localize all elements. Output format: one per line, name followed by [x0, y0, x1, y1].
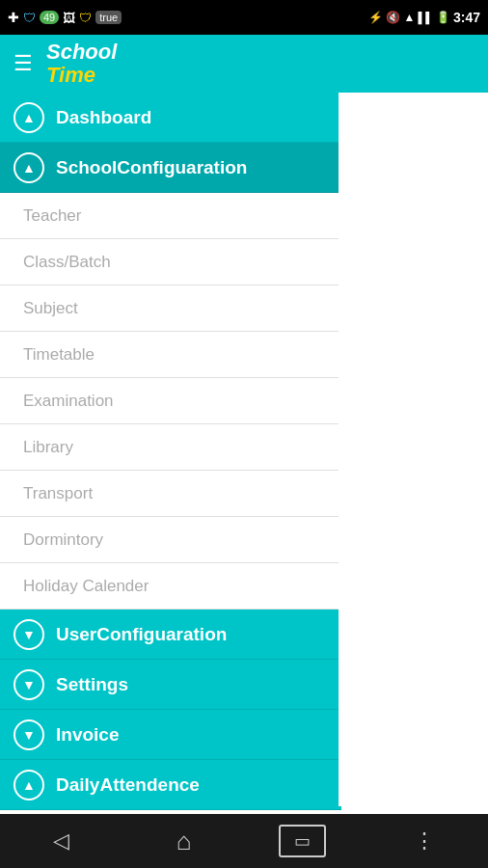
dormintory-label: Dormintory [23, 530, 103, 550]
transport-label: Transport [23, 484, 93, 503]
settings-label: Settings [56, 674, 128, 695]
library-label: Library [23, 438, 73, 457]
timetable-label: Timetable [23, 345, 95, 365]
teacher-label: Teacher [23, 206, 81, 226]
hamburger-menu-icon[interactable]: ☰ [14, 51, 33, 76]
sidebar-item-daily-attendence[interactable]: ▲ DailyAttendence [0, 760, 341, 810]
sidebar-item-school-config[interactable]: ▲ SchoolConfiguaration [0, 143, 341, 193]
sidebar-subitem-subject[interactable]: Subject [0, 285, 341, 332]
status-bar-right: ⚡ 🔇 ▲ ▌▌ 🔋 3:47 [368, 10, 480, 25]
sidebar-subitem-teacher[interactable]: Teacher [0, 193, 341, 239]
daily-attendence-chevron-up-icon: ▲ [14, 770, 44, 800]
sidebar-subitem-transport[interactable]: Transport [0, 471, 341, 517]
sidebar-item-user-config[interactable]: ▼ UserConfiguaration [0, 610, 341, 660]
true-badge: true [95, 11, 122, 24]
dashboard-label: Dashboard [56, 107, 151, 128]
logo-time: Time [46, 64, 117, 87]
shield-yellow-icon: 🛡 [79, 11, 92, 25]
sidebar-subitem-library[interactable]: Library [0, 424, 341, 471]
classbatch-label: Class/Batch [23, 253, 111, 272]
sidebar-item-dashboard[interactable]: ▲ Dashboard [0, 93, 341, 143]
mute-icon: 🔇 [386, 11, 400, 24]
daily-attendence-label: DailyAttendence [56, 774, 200, 796]
user-config-chevron-down-icon: ▼ [14, 619, 44, 650]
app-logo: School Time [46, 41, 117, 87]
sidebar-subitem-examination[interactable]: Examination [0, 378, 341, 424]
subject-label: Subject [23, 299, 78, 318]
badge-49: 49 [40, 11, 59, 24]
school-config-chevron-up-icon: ▲ [14, 152, 44, 183]
examination-label: Examination [23, 392, 114, 411]
signal-icon: ▌▌ [418, 12, 433, 23]
add-icon: ✚ [8, 10, 19, 25]
right-panel [339, 93, 488, 806]
photo-icon: 🖼 [63, 11, 75, 25]
sidebar-subitem-holiday-calender[interactable]: Holiday Calender [0, 563, 341, 610]
recent-apps-button[interactable]: ▭ [279, 825, 326, 857]
settings-chevron-down-icon: ▼ [14, 669, 44, 700]
battery-icon: 🔋 [436, 11, 450, 24]
main-content: ▲ Dashboard ▲ SchoolConfiguaration Teach… [0, 93, 341, 814]
holiday-calender-label: Holiday Calender [23, 577, 149, 596]
wifi-icon: ▲ [403, 11, 415, 24]
user-config-label: UserConfiguaration [56, 624, 227, 645]
top-header: ☰ School Time [0, 35, 488, 93]
sidebar-item-invoice[interactable]: ▼ Invoice [0, 710, 341, 760]
invoice-label: Invoice [56, 724, 119, 746]
status-bar-left: ✚ 🛡 49 🖼 🛡 true [8, 10, 122, 25]
sidebar-subitem-timetable[interactable]: Timetable [0, 332, 341, 378]
time-display: 3:47 [453, 10, 480, 25]
bluetooth-icon: ⚡ [368, 11, 383, 24]
status-bar: ✚ 🛡 49 🖼 🛡 true ⚡ 🔇 ▲ ▌▌ 🔋 3:47 [0, 0, 488, 35]
home-button[interactable]: ⌂ [157, 819, 211, 864]
dashboard-chevron-up-icon: ▲ [14, 102, 44, 133]
sidebar-subitem-dormintory[interactable]: Dormintory [0, 517, 341, 563]
invoice-chevron-down-icon: ▼ [14, 719, 44, 750]
back-button[interactable]: ◁ [34, 821, 89, 861]
more-options-button[interactable]: ⋮ [394, 821, 454, 861]
shield-blue-icon: 🛡 [23, 11, 36, 25]
sidebar-subitem-classbatch[interactable]: Class/Batch [0, 239, 341, 285]
logo-school: School [46, 41, 117, 64]
bottom-nav: ◁ ⌂ ▭ ⋮ [0, 814, 488, 868]
sidebar-item-settings[interactable]: ▼ Settings [0, 660, 341, 710]
school-config-label: SchoolConfiguaration [56, 157, 247, 178]
